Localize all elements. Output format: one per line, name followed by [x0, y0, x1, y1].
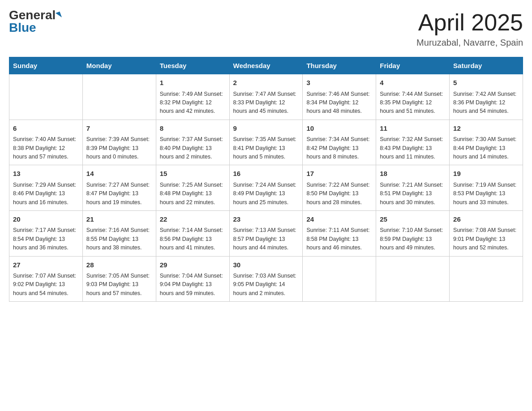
day-number: 2: [233, 78, 299, 88]
column-header-thursday: Thursday: [303, 57, 376, 74]
week-row-5: 27Sunrise: 7:07 AM Sunset: 9:02 PM Dayli…: [9, 256, 523, 302]
day-number: 28: [86, 260, 152, 270]
day-cell: [303, 256, 376, 302]
day-cell: 25Sunrise: 7:10 AM Sunset: 8:59 PM Dayli…: [376, 210, 450, 256]
day-cell: 13Sunrise: 7:29 AM Sunset: 8:46 PM Dayli…: [9, 165, 83, 211]
day-cell: 28Sunrise: 7:05 AM Sunset: 9:03 PM Dayli…: [82, 256, 156, 302]
day-cell: 9Sunrise: 7:35 AM Sunset: 8:41 PM Daylig…: [229, 120, 303, 165]
header-row: SundayMondayTuesdayWednesdayThursdayFrid…: [9, 57, 523, 74]
day-cell: 21Sunrise: 7:16 AM Sunset: 8:55 PM Dayli…: [82, 210, 156, 256]
day-info: Sunrise: 7:47 AM Sunset: 8:33 PM Dayligh…: [233, 90, 299, 116]
day-number: 23: [233, 214, 299, 225]
day-cell: 20Sunrise: 7:17 AM Sunset: 8:54 PM Dayli…: [9, 210, 83, 256]
day-info: Sunrise: 7:11 AM Sunset: 8:58 PM Dayligh…: [306, 226, 372, 252]
day-info: Sunrise: 7:10 AM Sunset: 8:59 PM Dayligh…: [380, 226, 446, 252]
day-number: 12: [453, 124, 519, 134]
day-number: 18: [380, 169, 446, 179]
day-number: 24: [306, 214, 372, 225]
day-cell: 10Sunrise: 7:34 AM Sunset: 8:42 PM Dayli…: [303, 120, 376, 165]
day-number: 11: [380, 124, 446, 134]
column-header-saturday: Saturday: [450, 57, 523, 74]
day-info: Sunrise: 7:25 AM Sunset: 8:48 PM Dayligh…: [160, 181, 226, 207]
day-cell: 12Sunrise: 7:30 AM Sunset: 8:44 PM Dayli…: [450, 120, 523, 165]
day-number: 3: [306, 78, 372, 88]
logo-arrow-icon: [56, 12, 62, 19]
day-info: Sunrise: 7:14 AM Sunset: 8:56 PM Dayligh…: [160, 226, 226, 252]
day-info: Sunrise: 7:46 AM Sunset: 8:34 PM Dayligh…: [306, 90, 372, 116]
calendar-table: SundayMondayTuesdayWednesdayThursdayFrid…: [9, 57, 523, 302]
calendar-location: Muruzabal, Navarre, Spain: [416, 38, 523, 48]
day-cell: 18Sunrise: 7:21 AM Sunset: 8:51 PM Dayli…: [376, 165, 450, 211]
week-row-3: 13Sunrise: 7:29 AM Sunset: 8:46 PM Dayli…: [9, 165, 523, 211]
day-cell: 26Sunrise: 7:08 AM Sunset: 9:01 PM Dayli…: [450, 210, 523, 256]
day-cell: [9, 74, 83, 120]
calendar-body: 1Sunrise: 7:49 AM Sunset: 8:32 PM Daylig…: [9, 74, 523, 302]
day-cell: 16Sunrise: 7:24 AM Sunset: 8:49 PM Dayli…: [229, 165, 303, 211]
day-info: Sunrise: 7:42 AM Sunset: 8:36 PM Dayligh…: [453, 90, 519, 116]
day-info: Sunrise: 7:22 AM Sunset: 8:50 PM Dayligh…: [306, 181, 372, 207]
day-info: Sunrise: 7:37 AM Sunset: 8:40 PM Dayligh…: [160, 135, 226, 161]
day-cell: 30Sunrise: 7:03 AM Sunset: 9:05 PM Dayli…: [229, 256, 303, 302]
day-number: 22: [160, 214, 226, 225]
day-number: 15: [160, 169, 226, 179]
logo-blue-text: Blue: [9, 21, 36, 34]
day-info: Sunrise: 7:21 AM Sunset: 8:51 PM Dayligh…: [380, 181, 446, 207]
day-number: 4: [380, 78, 446, 88]
day-number: 17: [306, 169, 372, 179]
day-cell: 3Sunrise: 7:46 AM Sunset: 8:34 PM Daylig…: [303, 74, 376, 120]
day-cell: [450, 256, 523, 302]
day-number: 21: [86, 214, 152, 225]
day-info: Sunrise: 7:49 AM Sunset: 8:32 PM Dayligh…: [160, 90, 226, 116]
day-cell: 24Sunrise: 7:11 AM Sunset: 8:58 PM Dayli…: [303, 210, 376, 256]
day-number: 8: [160, 124, 226, 134]
day-number: 30: [233, 260, 299, 270]
day-number: 13: [13, 169, 79, 179]
day-info: Sunrise: 7:32 AM Sunset: 8:43 PM Dayligh…: [380, 135, 446, 161]
day-number: 19: [453, 169, 519, 179]
day-cell: 14Sunrise: 7:27 AM Sunset: 8:47 PM Dayli…: [82, 165, 156, 211]
day-info: Sunrise: 7:04 AM Sunset: 9:04 PM Dayligh…: [160, 272, 226, 298]
day-number: 27: [13, 260, 79, 270]
column-header-wednesday: Wednesday: [229, 57, 303, 74]
day-info: Sunrise: 7:44 AM Sunset: 8:35 PM Dayligh…: [380, 90, 446, 116]
day-number: 1: [160, 78, 226, 88]
day-info: Sunrise: 7:08 AM Sunset: 9:01 PM Dayligh…: [453, 226, 519, 252]
column-header-sunday: Sunday: [9, 57, 83, 74]
day-info: Sunrise: 7:19 AM Sunset: 8:53 PM Dayligh…: [453, 181, 519, 207]
day-info: Sunrise: 7:07 AM Sunset: 9:02 PM Dayligh…: [13, 272, 79, 298]
column-header-friday: Friday: [376, 57, 450, 74]
day-cell: [376, 256, 450, 302]
day-cell: 23Sunrise: 7:13 AM Sunset: 8:57 PM Dayli…: [229, 210, 303, 256]
day-cell: 2Sunrise: 7:47 AM Sunset: 8:33 PM Daylig…: [229, 74, 303, 120]
day-info: Sunrise: 7:34 AM Sunset: 8:42 PM Dayligh…: [306, 135, 372, 161]
week-row-2: 6Sunrise: 7:40 AM Sunset: 8:38 PM Daylig…: [9, 120, 523, 165]
week-row-1: 1Sunrise: 7:49 AM Sunset: 8:32 PM Daylig…: [9, 74, 523, 120]
day-number: 5: [453, 78, 519, 88]
day-info: Sunrise: 7:35 AM Sunset: 8:41 PM Dayligh…: [233, 135, 299, 161]
day-cell: 5Sunrise: 7:42 AM Sunset: 8:36 PM Daylig…: [450, 74, 523, 120]
day-cell: 29Sunrise: 7:04 AM Sunset: 9:04 PM Dayli…: [156, 256, 229, 302]
day-info: Sunrise: 7:03 AM Sunset: 9:05 PM Dayligh…: [233, 272, 299, 298]
day-info: Sunrise: 7:30 AM Sunset: 8:44 PM Dayligh…: [453, 135, 519, 161]
day-info: Sunrise: 7:24 AM Sunset: 8:49 PM Dayligh…: [233, 181, 299, 207]
day-cell: 8Sunrise: 7:37 AM Sunset: 8:40 PM Daylig…: [156, 120, 229, 165]
day-info: Sunrise: 7:13 AM Sunset: 8:57 PM Dayligh…: [233, 226, 299, 252]
column-header-monday: Monday: [82, 57, 156, 74]
day-number: 29: [160, 260, 226, 270]
day-info: Sunrise: 7:29 AM Sunset: 8:46 PM Dayligh…: [13, 181, 79, 207]
logo-general-text: General: [9, 9, 56, 21]
day-cell: 11Sunrise: 7:32 AM Sunset: 8:43 PM Dayli…: [376, 120, 450, 165]
day-info: Sunrise: 7:16 AM Sunset: 8:55 PM Dayligh…: [86, 226, 152, 252]
day-number: 25: [380, 214, 446, 225]
day-cell: 22Sunrise: 7:14 AM Sunset: 8:56 PM Dayli…: [156, 210, 229, 256]
day-number: 26: [453, 214, 519, 225]
day-number: 20: [13, 214, 79, 225]
calendar-title: April 2025: [416, 9, 523, 36]
logo: General Blue: [9, 9, 61, 34]
day-number: 9: [233, 124, 299, 134]
page-header: General Blue April 2025 Muruzabal, Navar…: [9, 9, 523, 48]
day-cell: 7Sunrise: 7:39 AM Sunset: 8:39 PM Daylig…: [82, 120, 156, 165]
calendar-header: SundayMondayTuesdayWednesdayThursdayFrid…: [9, 57, 523, 74]
day-cell: 17Sunrise: 7:22 AM Sunset: 8:50 PM Dayli…: [303, 165, 376, 211]
day-cell: 6Sunrise: 7:40 AM Sunset: 8:38 PM Daylig…: [9, 120, 83, 165]
